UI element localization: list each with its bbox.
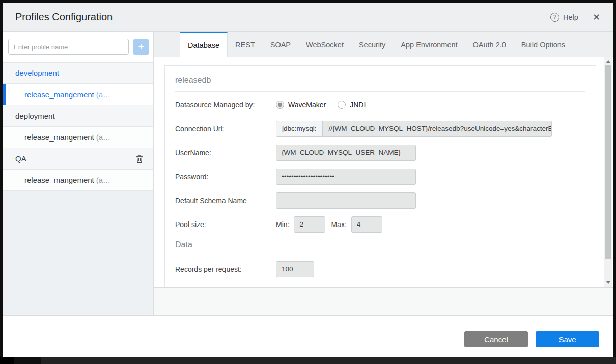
radio-wavemaker-icon [276, 101, 284, 109]
sidebar-item-label: deployment [15, 111, 55, 120]
tab-soap[interactable]: SOAP [263, 32, 298, 57]
tab-oauth[interactable]: OAuth 2.0 [465, 32, 514, 57]
cancel-button[interactable]: Cancel [464, 331, 528, 347]
dialog-body: + development release_mangement (a… depl… [3, 32, 613, 315]
profiles-configuration-dialog: Profiles Configuration ? Help ✕ + develo… [3, 3, 613, 357]
delete-profile-icon[interactable] [135, 154, 144, 163]
sidebar-item-label: release_mangement [24, 133, 94, 142]
password-row: Password: [175, 164, 585, 188]
scroll-up-arrow-icon[interactable] [604, 58, 612, 65]
scrollbar-thumb[interactable] [605, 65, 611, 259]
schema-row: Default Schema Name [175, 188, 585, 212]
radio-wavemaker-label: WaveMaker [288, 101, 326, 109]
sidebar-item-release-mangement-selected[interactable]: release_mangement (a… [3, 84, 153, 105]
sidebar-item-suffix: (a… [96, 90, 110, 99]
tab-rest[interactable]: REST [228, 32, 263, 57]
default-schema-field[interactable] [276, 192, 416, 209]
datasource-radio-group: WaveMaker JNDI [276, 101, 366, 109]
scroll-down-arrow-icon[interactable] [604, 278, 612, 286]
close-icon[interactable]: ✕ [593, 13, 600, 22]
pool-min-label: Min: [276, 220, 289, 229]
profile-create-row: + [3, 32, 153, 63]
records-row: Records per request: [175, 257, 585, 281]
connection-url-value[interactable]: //{WM_CLOUD_MYSQL_HOST}/releasedb?useUni… [323, 121, 552, 137]
section-divider [175, 91, 585, 92]
username-field[interactable] [276, 145, 416, 161]
connection-url-prefix: jdbc:mysql: [276, 121, 323, 137]
add-profile-button[interactable]: + [133, 39, 149, 55]
password-label: Password: [175, 173, 276, 181]
pool-min-field[interactable] [294, 216, 325, 233]
pool-max-label: Max: [331, 220, 346, 229]
dialog-header: Profiles Configuration ? Help ✕ [3, 3, 613, 32]
backdrop-bottom-strip [0, 357, 616, 364]
sidebar-item-release-mangement-deployment[interactable]: release_mangement (a… [3, 127, 153, 148]
pool-size-row: Pool size: Min: Max: [175, 212, 585, 236]
db-section-title: releasedb [175, 76, 585, 85]
sidebar-item-label: development [15, 69, 59, 77]
datasource-row: Datasource Managed by: WaveMaker JNDI [175, 93, 585, 117]
help-icon: ? [550, 13, 559, 22]
section-divider [175, 256, 585, 256]
sidebar-item-label: QA [15, 154, 26, 163]
schema-label: Default Schema Name [175, 197, 276, 205]
records-label: Records per request: [175, 265, 276, 273]
tab-websocket[interactable]: WebSocket [298, 32, 351, 57]
help-button[interactable]: ? Help [550, 13, 578, 22]
sidebar-item-label: release_mangement [24, 176, 94, 184]
sidebar-item-qa[interactable]: QA [3, 148, 153, 170]
header-actions: ? Help ✕ [550, 13, 600, 22]
sidebar-item-deployment[interactable]: deployment [3, 105, 153, 127]
radio-jndi-label: JNDI [350, 101, 366, 109]
tab-security[interactable]: Security [351, 32, 393, 57]
connection-url-row: Connection Url: jdbc:mysql: //{WM_CLOUD_… [175, 117, 585, 141]
data-section-title: Data [175, 240, 585, 249]
radio-wavemaker[interactable]: WaveMaker [276, 101, 326, 109]
connection-url-label: Connection Url: [175, 125, 276, 133]
sidebar-item-release-mangement-qa[interactable]: release_mangement (a… [3, 170, 153, 191]
username-label: UserName: [175, 149, 276, 157]
pool-max-field[interactable] [351, 216, 382, 233]
save-button[interactable]: Save [536, 331, 599, 347]
profile-detail-panel: Database REST SOAP WebSocket Security Ap… [154, 32, 613, 315]
profile-name-input[interactable] [8, 39, 129, 55]
password-field[interactable] [276, 169, 416, 185]
database-tab-content: releasedb Datasource Managed by: WaveMak… [154, 57, 613, 288]
tab-app-environment[interactable]: App Environment [393, 32, 465, 57]
radio-jndi-icon [338, 101, 346, 109]
dialog-footer: Cancel Save [3, 315, 613, 357]
tab-build-options[interactable]: Build Options [514, 32, 573, 57]
pool-size-label: Pool size: [175, 220, 276, 229]
config-tabbar: Database REST SOAP WebSocket Security Ap… [154, 32, 613, 57]
sidebar-item-label: release_mangement [24, 90, 94, 99]
vertical-scrollbar[interactable] [604, 57, 612, 287]
radio-jndi[interactable]: JNDI [338, 101, 366, 109]
dialog-title: Profiles Configuration [15, 11, 113, 23]
tab-database[interactable]: Database [180, 32, 228, 57]
records-per-request-field[interactable] [276, 261, 314, 277]
sidebar-item-suffix: (a… [96, 133, 110, 142]
datasource-label: Datasource Managed by: [175, 101, 276, 109]
username-row: UserName: [175, 141, 585, 164]
profiles-sidebar: + development release_mangement (a… depl… [3, 32, 154, 315]
sidebar-item-development[interactable]: development [3, 63, 153, 84]
releasedb-form: releasedb Datasource Managed by: WaveMak… [164, 65, 596, 288]
connection-url-group: jdbc:mysql: //{WM_CLOUD_MYSQL_HOST}/rele… [276, 121, 552, 137]
sidebar-item-suffix: (a… [96, 176, 110, 184]
help-label: Help [563, 13, 578, 21]
